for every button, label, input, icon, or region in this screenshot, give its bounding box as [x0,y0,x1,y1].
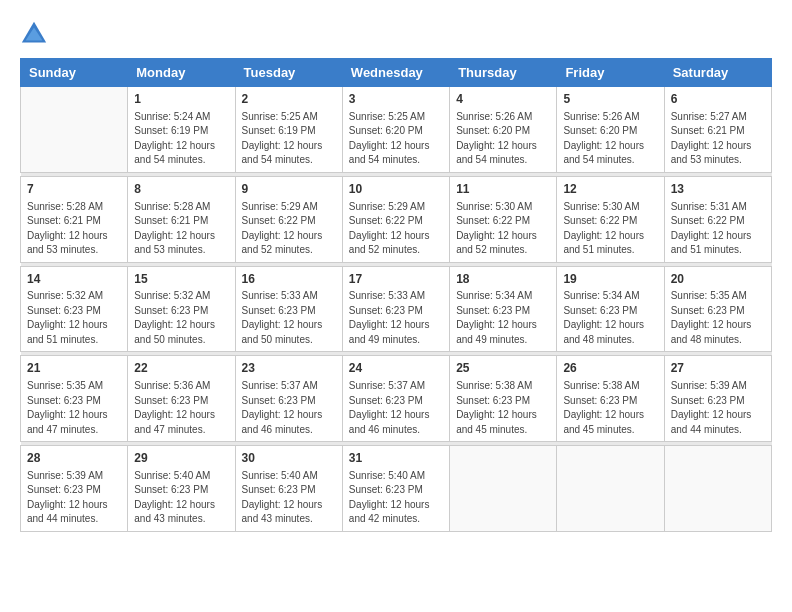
day-number: 14 [27,271,121,288]
day-cell: 14Sunrise: 5:32 AMSunset: 6:23 PMDayligh… [21,266,128,352]
day-number: 31 [349,450,443,467]
day-info: Sunrise: 5:35 AMSunset: 6:23 PMDaylight:… [671,289,765,347]
day-info: Sunrise: 5:27 AMSunset: 6:21 PMDaylight:… [671,110,765,168]
weekday-header-friday: Friday [557,59,664,87]
day-cell: 24Sunrise: 5:37 AMSunset: 6:23 PMDayligh… [342,356,449,442]
day-number: 17 [349,271,443,288]
day-number: 25 [456,360,550,377]
day-cell: 15Sunrise: 5:32 AMSunset: 6:23 PMDayligh… [128,266,235,352]
logo-icon [20,20,48,48]
weekday-header-monday: Monday [128,59,235,87]
day-info: Sunrise: 5:36 AMSunset: 6:23 PMDaylight:… [134,379,228,437]
day-number: 29 [134,450,228,467]
day-number: 19 [563,271,657,288]
day-number: 8 [134,181,228,198]
weekday-header-row: SundayMondayTuesdayWednesdayThursdayFrid… [21,59,772,87]
day-info: Sunrise: 5:28 AMSunset: 6:21 PMDaylight:… [134,200,228,258]
day-cell [557,446,664,532]
day-number: 10 [349,181,443,198]
day-info: Sunrise: 5:26 AMSunset: 6:20 PMDaylight:… [563,110,657,168]
day-number: 13 [671,181,765,198]
day-cell: 21Sunrise: 5:35 AMSunset: 6:23 PMDayligh… [21,356,128,442]
weekday-header-sunday: Sunday [21,59,128,87]
day-number: 23 [242,360,336,377]
day-cell: 9Sunrise: 5:29 AMSunset: 6:22 PMDaylight… [235,176,342,262]
day-cell: 18Sunrise: 5:34 AMSunset: 6:23 PMDayligh… [450,266,557,352]
day-number: 21 [27,360,121,377]
day-number: 22 [134,360,228,377]
day-cell: 17Sunrise: 5:33 AMSunset: 6:23 PMDayligh… [342,266,449,352]
week-row-4: 21Sunrise: 5:35 AMSunset: 6:23 PMDayligh… [21,356,772,442]
day-cell: 5Sunrise: 5:26 AMSunset: 6:20 PMDaylight… [557,87,664,173]
day-cell: 28Sunrise: 5:39 AMSunset: 6:23 PMDayligh… [21,446,128,532]
day-cell: 8Sunrise: 5:28 AMSunset: 6:21 PMDaylight… [128,176,235,262]
day-cell: 31Sunrise: 5:40 AMSunset: 6:23 PMDayligh… [342,446,449,532]
day-number: 9 [242,181,336,198]
day-info: Sunrise: 5:40 AMSunset: 6:23 PMDaylight:… [349,469,443,527]
day-info: Sunrise: 5:29 AMSunset: 6:22 PMDaylight:… [349,200,443,258]
day-number: 4 [456,91,550,108]
day-number: 11 [456,181,550,198]
day-number: 1 [134,91,228,108]
day-info: Sunrise: 5:39 AMSunset: 6:23 PMDaylight:… [671,379,765,437]
day-number: 18 [456,271,550,288]
day-number: 16 [242,271,336,288]
week-row-3: 14Sunrise: 5:32 AMSunset: 6:23 PMDayligh… [21,266,772,352]
day-info: Sunrise: 5:40 AMSunset: 6:23 PMDaylight:… [242,469,336,527]
weekday-header-thursday: Thursday [450,59,557,87]
day-info: Sunrise: 5:31 AMSunset: 6:22 PMDaylight:… [671,200,765,258]
day-cell: 29Sunrise: 5:40 AMSunset: 6:23 PMDayligh… [128,446,235,532]
day-cell: 3Sunrise: 5:25 AMSunset: 6:20 PMDaylight… [342,87,449,173]
day-cell: 13Sunrise: 5:31 AMSunset: 6:22 PMDayligh… [664,176,771,262]
day-cell: 22Sunrise: 5:36 AMSunset: 6:23 PMDayligh… [128,356,235,442]
day-number: 26 [563,360,657,377]
day-cell: 2Sunrise: 5:25 AMSunset: 6:19 PMDaylight… [235,87,342,173]
day-info: Sunrise: 5:30 AMSunset: 6:22 PMDaylight:… [456,200,550,258]
day-number: 6 [671,91,765,108]
weekday-header-tuesday: Tuesday [235,59,342,87]
day-cell [21,87,128,173]
day-cell [450,446,557,532]
day-cell: 10Sunrise: 5:29 AMSunset: 6:22 PMDayligh… [342,176,449,262]
day-cell: 1Sunrise: 5:24 AMSunset: 6:19 PMDaylight… [128,87,235,173]
day-info: Sunrise: 5:38 AMSunset: 6:23 PMDaylight:… [563,379,657,437]
day-cell: 6Sunrise: 5:27 AMSunset: 6:21 PMDaylight… [664,87,771,173]
calendar-table: SundayMondayTuesdayWednesdayThursdayFrid… [20,58,772,532]
page-header [20,20,772,48]
week-row-1: 1Sunrise: 5:24 AMSunset: 6:19 PMDaylight… [21,87,772,173]
day-number: 5 [563,91,657,108]
day-cell: 4Sunrise: 5:26 AMSunset: 6:20 PMDaylight… [450,87,557,173]
day-info: Sunrise: 5:37 AMSunset: 6:23 PMDaylight:… [349,379,443,437]
day-number: 28 [27,450,121,467]
day-number: 30 [242,450,336,467]
day-number: 2 [242,91,336,108]
day-info: Sunrise: 5:33 AMSunset: 6:23 PMDaylight:… [242,289,336,347]
day-cell: 25Sunrise: 5:38 AMSunset: 6:23 PMDayligh… [450,356,557,442]
day-info: Sunrise: 5:38 AMSunset: 6:23 PMDaylight:… [456,379,550,437]
day-info: Sunrise: 5:40 AMSunset: 6:23 PMDaylight:… [134,469,228,527]
day-info: Sunrise: 5:29 AMSunset: 6:22 PMDaylight:… [242,200,336,258]
day-cell: 20Sunrise: 5:35 AMSunset: 6:23 PMDayligh… [664,266,771,352]
weekday-header-wednesday: Wednesday [342,59,449,87]
day-number: 15 [134,271,228,288]
day-number: 3 [349,91,443,108]
day-cell [664,446,771,532]
day-info: Sunrise: 5:28 AMSunset: 6:21 PMDaylight:… [27,200,121,258]
day-cell: 27Sunrise: 5:39 AMSunset: 6:23 PMDayligh… [664,356,771,442]
day-number: 20 [671,271,765,288]
day-cell: 16Sunrise: 5:33 AMSunset: 6:23 PMDayligh… [235,266,342,352]
day-info: Sunrise: 5:35 AMSunset: 6:23 PMDaylight:… [27,379,121,437]
day-info: Sunrise: 5:33 AMSunset: 6:23 PMDaylight:… [349,289,443,347]
day-cell: 12Sunrise: 5:30 AMSunset: 6:22 PMDayligh… [557,176,664,262]
day-number: 12 [563,181,657,198]
day-info: Sunrise: 5:25 AMSunset: 6:20 PMDaylight:… [349,110,443,168]
week-row-5: 28Sunrise: 5:39 AMSunset: 6:23 PMDayligh… [21,446,772,532]
day-info: Sunrise: 5:37 AMSunset: 6:23 PMDaylight:… [242,379,336,437]
day-info: Sunrise: 5:30 AMSunset: 6:22 PMDaylight:… [563,200,657,258]
day-info: Sunrise: 5:32 AMSunset: 6:23 PMDaylight:… [27,289,121,347]
day-number: 7 [27,181,121,198]
logo [20,20,52,48]
day-cell: 19Sunrise: 5:34 AMSunset: 6:23 PMDayligh… [557,266,664,352]
day-info: Sunrise: 5:25 AMSunset: 6:19 PMDaylight:… [242,110,336,168]
day-number: 27 [671,360,765,377]
